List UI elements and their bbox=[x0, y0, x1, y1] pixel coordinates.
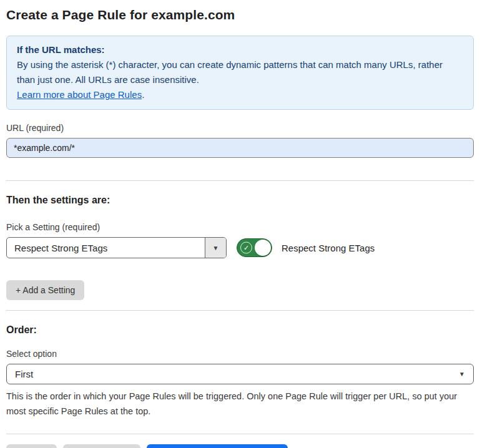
setting-row: Respect Strong ETags ▼ ✓ Respect Strong … bbox=[6, 237, 474, 258]
url-match-info-box: If the URL matches: By using the asteris… bbox=[6, 36, 474, 110]
info-box-link-line: Learn more about Page Rules. bbox=[17, 87, 463, 102]
order-help-text: This is the order in which your Page Rul… bbox=[6, 389, 474, 419]
save-and-deploy-button[interactable]: Save and Deploy Page Rule bbox=[147, 444, 288, 448]
add-setting-button[interactable]: + Add a Setting bbox=[6, 280, 84, 300]
pick-setting-label: Pick a Setting (required) bbox=[6, 222, 474, 232]
url-input[interactable] bbox=[6, 138, 474, 158]
link-suffix: . bbox=[142, 89, 144, 100]
setting-select-value: Respect Strong ETags bbox=[7, 238, 205, 258]
url-field-label: URL (required) bbox=[6, 123, 474, 133]
cancel-button[interactable]: Cancel bbox=[6, 444, 57, 448]
chevron-down-icon: ▼ bbox=[213, 245, 219, 251]
page-title: Create a Page Rule for example.com bbox=[6, 7, 474, 22]
save-as-draft-button[interactable]: Save as Draft bbox=[63, 444, 140, 448]
check-icon: ✓ bbox=[240, 242, 252, 254]
setting-select-arrow-button[interactable]: ▼ bbox=[205, 238, 226, 258]
divider bbox=[6, 310, 474, 311]
toggle-knob bbox=[255, 240, 271, 256]
divider bbox=[6, 434, 474, 434]
order-select-label: Select option bbox=[6, 349, 474, 359]
action-button-row: Cancel Save as Draft Save and Deploy Pag… bbox=[6, 444, 474, 448]
info-box-heading: If the URL matches: bbox=[17, 42, 463, 57]
respect-strong-etags-toggle[interactable]: ✓ bbox=[237, 238, 272, 257]
toggle-label: Respect Strong ETags bbox=[282, 243, 375, 253]
learn-more-link[interactable]: Learn more about Page Rules bbox=[17, 89, 142, 100]
order-select-value: First bbox=[15, 369, 459, 379]
divider bbox=[6, 180, 474, 181]
order-select[interactable]: First ▼ bbox=[6, 364, 474, 384]
chevron-down-icon: ▼ bbox=[459, 371, 465, 377]
setting-select[interactable]: Respect Strong ETags ▼ bbox=[6, 237, 227, 258]
order-section-heading: Order: bbox=[6, 324, 474, 336]
settings-section-heading: Then the settings are: bbox=[6, 195, 474, 206]
info-box-body: By using the asterisk (*) character, you… bbox=[17, 57, 463, 87]
